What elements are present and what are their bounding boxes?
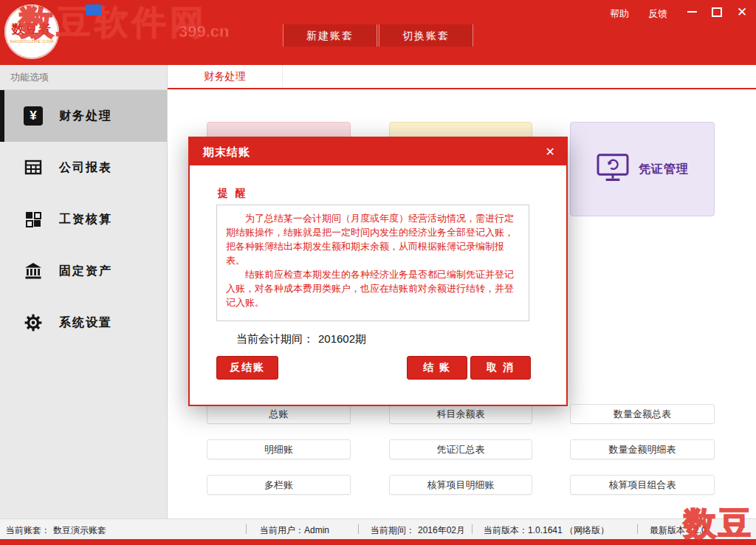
dialog-title: 期末结账 — [203, 145, 250, 158]
reminder-text-box: 为了总结某一会计期间（月度或年度）经营活动情况，需进行定期结账操作，结账就是把一… — [216, 205, 529, 321]
status-divider — [637, 524, 638, 534]
report-button-subject-balance[interactable]: 科目余额表 — [389, 404, 532, 424]
status-period-value: 2016年02月 — [418, 525, 465, 535]
reminder-paragraph-2: 结账前应检查本期发生的各种经济业务是否都已编制凭证并登记入账，对各种成本费用类账… — [226, 267, 520, 309]
confirm-closing-button[interactable]: 结 账 — [407, 356, 467, 380]
app-logo: 数豆者 SHUDOUZHE.COM — [4, 4, 59, 59]
maximize-icon — [712, 7, 722, 17]
window-controls: ✕ — [685, 4, 749, 19]
sidebar-item-label: 工资核算 — [59, 212, 112, 227]
switch-account-button[interactable]: 切换账套 — [379, 24, 473, 47]
dialog-titlebar: 期末结账 ✕ — [190, 138, 566, 165]
status-latest-version: 最新版本：2.0 — [650, 524, 707, 537]
report-button-detail-ledger[interactable]: 明细账 — [207, 439, 351, 459]
bottom-red-strip — [0, 539, 756, 545]
period-value: 201602期 — [318, 332, 366, 345]
sidebar-item-assets[interactable]: 固定资产 — [0, 245, 167, 297]
tab-bar: 财务处理 — [168, 65, 756, 89]
minimize-icon — [687, 11, 697, 13]
sidebar-item-salary[interactable]: 工资核算 — [0, 193, 167, 245]
voucher-management-card[interactable]: 凭证管理 — [570, 122, 715, 216]
status-user: 当前用户：Admin — [260, 524, 329, 537]
app-window: 数豆者 SHUDOUZHE.COM 新建账套 切换账套 帮助 反馈 ✕ 功能选项… — [0, 0, 756, 545]
monitor-icon — [596, 153, 630, 185]
report-button-general-ledger[interactable]: 总账 — [207, 404, 351, 424]
bank-icon — [22, 262, 44, 280]
yuan-icon: ¥ — [22, 106, 44, 126]
sidebar-item-label: 系统设置 — [59, 315, 112, 331]
status-version: 当前版本：1.0.1641 （网络版） — [484, 524, 609, 537]
table-icon — [22, 159, 44, 176]
report-button-project-combo[interactable]: 核算项目组合表 — [570, 475, 715, 495]
status-divider — [358, 524, 359, 534]
status-user-label: 当前用户： — [260, 525, 304, 535]
new-account-button[interactable]: 新建账套 — [283, 24, 377, 47]
status-divider — [472, 524, 472, 534]
report-button-qty-amount-detail[interactable]: 数量金额明细表 — [570, 439, 715, 459]
sidebar-title: 功能选项 — [0, 65, 167, 90]
status-period-label: 当前期间： — [371, 525, 415, 535]
sidebar-item-finance[interactable]: ¥ 财务处理 — [0, 90, 167, 142]
sidebar-item-reports[interactable]: 公司报表 — [0, 142, 167, 193]
status-latest-label: 最新版本： — [650, 525, 694, 535]
status-account-label: 当前账套： — [6, 525, 50, 535]
close-button[interactable]: ✕ — [735, 5, 749, 18]
dialog-close-icon[interactable]: ✕ — [546, 138, 556, 165]
help-link[interactable]: 帮助 — [610, 7, 629, 21]
status-version-label: 当前版本： — [484, 525, 528, 535]
status-account-value: 数豆演示账套 — [53, 525, 106, 535]
status-account: 当前账套：数豆演示账套 — [6, 524, 106, 537]
report-button-voucher-summary[interactable]: 凭证汇总表 — [389, 439, 532, 459]
logo-subtext: SHUDOUZHE.COM — [10, 39, 54, 44]
minimize-button[interactable] — [685, 5, 698, 18]
maximize-button[interactable] — [710, 5, 724, 18]
sidebar-item-label: 固定资产 — [59, 264, 112, 279]
header-links: 帮助 反馈 — [610, 7, 667, 21]
status-version-value: 1.0.1641 （网络版） — [528, 525, 609, 535]
report-button-multi-column[interactable]: 多栏账 — [207, 475, 351, 495]
status-period: 当前期间：2016年02月 — [371, 524, 465, 537]
sidebar-item-label: 财务处理 — [59, 109, 112, 124]
reminder-label: 提 醒 — [218, 187, 248, 200]
feedback-link[interactable]: 反馈 — [648, 7, 667, 21]
status-user-value: Admin — [304, 525, 329, 535]
gear-icon — [22, 313, 44, 332]
status-latest-value: 2.0 — [694, 525, 707, 535]
sidebar-item-settings[interactable]: 系统设置 — [0, 297, 167, 349]
sidebar: 功能选项 ¥ 财务处理 公司报表 工资核算 固定资产 — [0, 65, 168, 518]
grid-blocks-icon — [22, 210, 44, 228]
status-divider — [246, 524, 247, 534]
period-closing-dialog: 期末结账 ✕ 提 醒 为了总结某一会计期间（月度或年度）经营活动情况，需进行定期… — [188, 137, 568, 406]
reminder-paragraph-1: 为了总结某一会计期间（月度或年度）经营活动情况，需进行定期结账操作，结账就是把一… — [226, 211, 520, 267]
status-bar: 当前账套：数豆演示账套 当前用户：Admin 当前期间：2016年02月 当前版… — [0, 518, 756, 539]
reverse-closing-button[interactable]: 反结账 — [216, 356, 278, 380]
report-button-project-detail[interactable]: 核算项目明细账 — [389, 475, 532, 495]
report-button-qty-amount-summary[interactable]: 数量金额总表 — [570, 404, 715, 424]
cancel-button[interactable]: 取 消 — [470, 356, 531, 380]
header: 数豆者 SHUDOUZHE.COM 新建账套 切换账套 帮助 反馈 ✕ — [0, 0, 756, 65]
voucher-card-label: 凭证管理 — [639, 162, 689, 177]
current-accounting-period: 当前会计期间：201602期 — [236, 332, 366, 346]
logo-text: 数豆者 — [12, 21, 52, 38]
tab-finance[interactable]: 财务处理 — [168, 65, 283, 88]
period-label: 当前会计期间： — [236, 332, 314, 345]
sidebar-item-label: 公司报表 — [59, 160, 112, 176]
